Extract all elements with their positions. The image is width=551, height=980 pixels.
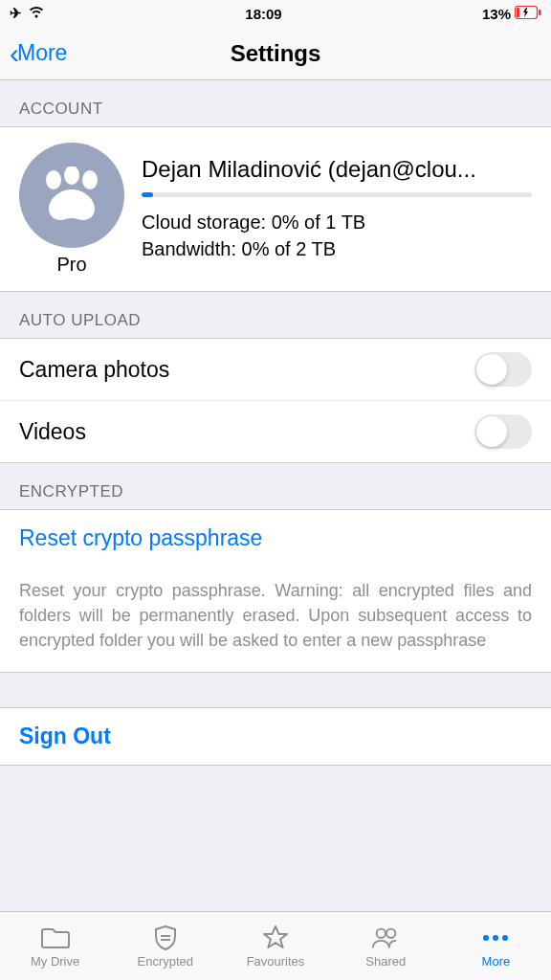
tab-label: My Drive — [31, 954, 79, 969]
status-time: 18:09 — [245, 6, 281, 22]
paw-icon — [38, 167, 105, 224]
camera-photos-toggle[interactable] — [474, 352, 532, 387]
camera-photos-label: Camera photos — [19, 357, 169, 383]
tab-favourites[interactable]: Favourites — [220, 912, 330, 980]
videos-toggle[interactable] — [474, 414, 532, 449]
battery-percent: 13% — [482, 6, 511, 22]
page-title: Settings — [231, 40, 321, 67]
reset-passphrase-description: Reset your crypto passphrase. Warning: a… — [0, 567, 551, 672]
tab-label: More — [482, 954, 511, 969]
section-header-upload: AUTO UPLOAD — [0, 292, 551, 338]
reset-passphrase-link: Reset crypto passphrase — [19, 525, 262, 550]
svg-point-10 — [483, 935, 489, 941]
back-button[interactable]: ‹ More — [10, 39, 67, 68]
camera-photos-row: Camera photos — [0, 339, 551, 400]
tab-encrypted[interactable]: Encrypted — [110, 912, 220, 980]
tab-label: Favourites — [247, 954, 305, 969]
shield-icon — [151, 924, 180, 951]
people-icon — [371, 924, 400, 951]
encrypted-group: Reset crypto passphrase Reset your crypt… — [0, 509, 551, 673]
svg-rect-2 — [539, 10, 541, 15]
star-icon — [261, 924, 290, 951]
svg-point-12 — [502, 935, 508, 941]
reset-passphrase-cell[interactable]: Reset crypto passphrase — [0, 510, 551, 567]
svg-rect-1 — [517, 8, 519, 17]
section-header-account: ACCOUNT — [0, 80, 551, 126]
tab-bar: My Drive Encrypted Favourites Shared Mor… — [0, 911, 551, 980]
storage-line: Cloud storage: 0% of 1 TB — [142, 209, 532, 235]
airplane-icon: ✈ — [10, 5, 22, 22]
account-name: Dejan Miladinović (dejan@clou... — [142, 156, 532, 183]
svg-point-5 — [82, 170, 98, 189]
svg-point-9 — [386, 928, 395, 937]
plan-label: Pro — [56, 254, 86, 276]
section-header-encrypted: ENCRYPTED — [0, 463, 551, 509]
svg-point-8 — [377, 928, 386, 937]
auto-upload-group: Camera photos Videos — [0, 338, 551, 463]
more-icon — [481, 924, 510, 951]
storage-progress — [142, 192, 532, 197]
bandwidth-line: Bandwidth: 0% of 2 TB — [142, 235, 532, 262]
signout-cell[interactable]: Sign Out — [0, 708, 551, 765]
signout-group: Sign Out — [0, 707, 551, 766]
tab-my-drive[interactable]: My Drive — [0, 912, 110, 980]
back-label: More — [17, 40, 67, 66]
wifi-icon — [28, 6, 45, 22]
tab-more[interactable]: More — [441, 912, 551, 980]
avatar — [19, 143, 124, 248]
tab-shared[interactable]: Shared — [331, 912, 441, 980]
tab-label: Encrypted — [138, 954, 194, 969]
videos-label: Videos — [19, 419, 86, 445]
status-bar: ✈ 18:09 13% — [0, 0, 551, 27]
videos-row: Videos — [0, 400, 551, 462]
svg-point-11 — [493, 935, 498, 941]
svg-point-4 — [64, 167, 79, 185]
folder-icon — [41, 924, 70, 951]
signout-link: Sign Out — [19, 724, 111, 748]
svg-point-3 — [46, 170, 61, 189]
account-group: Pro Dejan Miladinović (dejan@clou... Clo… — [0, 126, 551, 292]
account-cell[interactable]: Pro Dejan Miladinović (dejan@clou... Clo… — [0, 127, 551, 291]
nav-bar: ‹ More Settings — [0, 27, 551, 80]
battery-icon — [515, 6, 541, 22]
tab-label: Shared — [365, 954, 406, 969]
